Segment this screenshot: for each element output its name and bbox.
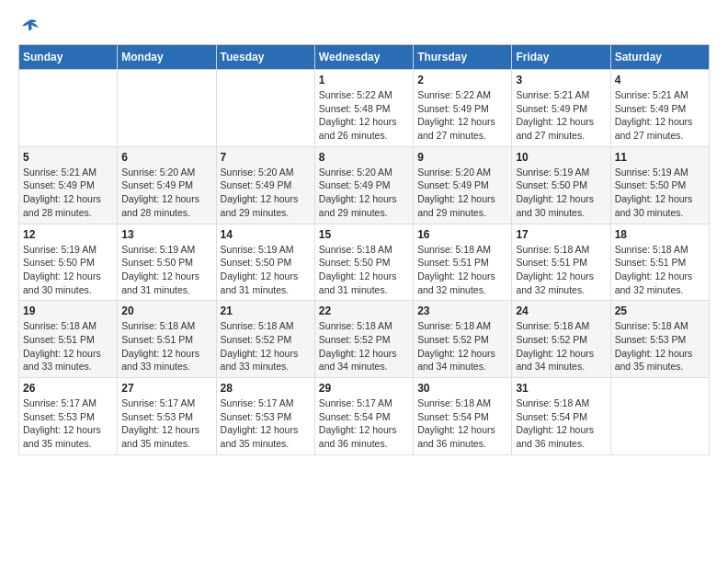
calendar-cell xyxy=(610,378,709,455)
calendar-cell: 17Sunrise: 5:18 AM Sunset: 5:51 PM Dayli… xyxy=(512,224,610,301)
day-info: Sunrise: 5:17 AM Sunset: 5:53 PM Dayligh… xyxy=(221,396,311,451)
header-wednesday: Wednesday xyxy=(314,45,413,70)
day-number: 25 xyxy=(615,304,705,317)
day-number: 4 xyxy=(615,74,705,86)
day-info: Sunrise: 5:17 AM Sunset: 5:53 PM Dayligh… xyxy=(121,396,211,451)
day-info: Sunrise: 5:18 AM Sunset: 5:52 PM Dayligh… xyxy=(319,319,409,373)
day-number: 10 xyxy=(516,151,606,164)
day-info: Sunrise: 5:20 AM Sunset: 5:49 PM Dayligh… xyxy=(417,166,507,220)
calendar-cell: 14Sunrise: 5:19 AM Sunset: 5:50 PM Dayli… xyxy=(216,224,314,301)
day-number: 12 xyxy=(23,228,113,241)
day-number: 3 xyxy=(516,74,606,86)
calendar-cell: 12Sunrise: 5:19 AM Sunset: 5:50 PM Dayli… xyxy=(19,224,118,301)
calendar-cell: 7Sunrise: 5:20 AM Sunset: 5:49 PM Daylig… xyxy=(216,146,314,224)
day-info: Sunrise: 5:19 AM Sunset: 5:50 PM Dayligh… xyxy=(23,243,113,297)
week-row-1: 1Sunrise: 5:22 AM Sunset: 5:48 PM Daylig… xyxy=(19,70,710,147)
calendar-cell: 9Sunrise: 5:20 AM Sunset: 5:49 PM Daylig… xyxy=(414,146,512,224)
day-number: 17 xyxy=(516,228,606,241)
week-row-5: 26Sunrise: 5:17 AM Sunset: 5:53 PM Dayli… xyxy=(19,378,710,455)
day-info: Sunrise: 5:21 AM Sunset: 5:49 PM Dayligh… xyxy=(615,88,705,143)
logo-general xyxy=(18,18,40,35)
day-number: 11 xyxy=(615,151,705,164)
calendar-cell: 20Sunrise: 5:18 AM Sunset: 5:51 PM Dayli… xyxy=(118,301,216,378)
day-info: Sunrise: 5:18 AM Sunset: 5:51 PM Dayligh… xyxy=(516,243,606,297)
header-friday: Friday xyxy=(512,45,610,70)
header-sunday: Sunday xyxy=(19,45,118,70)
calendar-cell: 21Sunrise: 5:18 AM Sunset: 5:52 PM Dayli… xyxy=(216,301,314,378)
day-number: 23 xyxy=(417,304,507,317)
calendar-cell: 15Sunrise: 5:18 AM Sunset: 5:50 PM Dayli… xyxy=(314,224,413,301)
calendar-cell: 13Sunrise: 5:19 AM Sunset: 5:50 PM Dayli… xyxy=(118,224,216,301)
day-number: 2 xyxy=(417,74,507,86)
calendar-cell: 10Sunrise: 5:19 AM Sunset: 5:50 PM Dayli… xyxy=(512,146,610,224)
day-info: Sunrise: 5:22 AM Sunset: 5:49 PM Dayligh… xyxy=(417,88,507,143)
day-info: Sunrise: 5:21 AM Sunset: 5:49 PM Dayligh… xyxy=(23,166,113,220)
calendar-cell: 1Sunrise: 5:22 AM Sunset: 5:48 PM Daylig… xyxy=(314,70,413,147)
day-number: 22 xyxy=(319,304,409,317)
day-number: 16 xyxy=(417,228,507,241)
day-info: Sunrise: 5:18 AM Sunset: 5:54 PM Dayligh… xyxy=(516,396,606,451)
day-number: 21 xyxy=(221,304,311,317)
day-info: Sunrise: 5:20 AM Sunset: 5:49 PM Dayligh… xyxy=(221,166,311,220)
day-number: 1 xyxy=(319,74,409,86)
calendar-cell: 11Sunrise: 5:19 AM Sunset: 5:50 PM Dayli… xyxy=(610,146,709,224)
day-number: 8 xyxy=(319,151,409,164)
day-info: Sunrise: 5:18 AM Sunset: 5:52 PM Dayligh… xyxy=(417,319,507,373)
calendar-cell xyxy=(216,70,314,147)
day-number: 24 xyxy=(516,304,606,317)
day-info: Sunrise: 5:18 AM Sunset: 5:54 PM Dayligh… xyxy=(417,396,507,451)
day-number: 28 xyxy=(221,382,311,395)
day-info: Sunrise: 5:19 AM Sunset: 5:50 PM Dayligh… xyxy=(516,166,606,220)
calendar-cell: 24Sunrise: 5:18 AM Sunset: 5:52 PM Dayli… xyxy=(512,301,610,378)
day-info: Sunrise: 5:18 AM Sunset: 5:51 PM Dayligh… xyxy=(121,319,211,373)
day-number: 27 xyxy=(121,382,211,395)
day-number: 31 xyxy=(516,382,606,395)
logo xyxy=(18,18,40,35)
header-thursday: Thursday xyxy=(414,45,512,70)
calendar-cell xyxy=(19,70,118,147)
calendar-cell: 28Sunrise: 5:17 AM Sunset: 5:53 PM Dayli… xyxy=(216,378,314,455)
day-info: Sunrise: 5:17 AM Sunset: 5:53 PM Dayligh… xyxy=(23,396,113,451)
day-number: 26 xyxy=(23,382,113,395)
day-number: 20 xyxy=(121,304,211,317)
day-info: Sunrise: 5:19 AM Sunset: 5:50 PM Dayligh… xyxy=(615,166,705,220)
week-row-2: 5Sunrise: 5:21 AM Sunset: 5:49 PM Daylig… xyxy=(19,146,710,224)
day-number: 15 xyxy=(319,228,409,241)
calendar-cell: 8Sunrise: 5:20 AM Sunset: 5:49 PM Daylig… xyxy=(314,146,413,224)
day-info: Sunrise: 5:20 AM Sunset: 5:49 PM Dayligh… xyxy=(319,166,409,220)
week-row-3: 12Sunrise: 5:19 AM Sunset: 5:50 PM Dayli… xyxy=(19,224,710,301)
day-info: Sunrise: 5:17 AM Sunset: 5:54 PM Dayligh… xyxy=(319,396,409,451)
day-number: 7 xyxy=(221,151,311,164)
calendar-cell: 16Sunrise: 5:18 AM Sunset: 5:51 PM Dayli… xyxy=(414,224,512,301)
day-info: Sunrise: 5:19 AM Sunset: 5:50 PM Dayligh… xyxy=(221,243,311,297)
calendar-cell: 6Sunrise: 5:20 AM Sunset: 5:49 PM Daylig… xyxy=(118,146,216,224)
day-info: Sunrise: 5:19 AM Sunset: 5:50 PM Dayligh… xyxy=(121,243,211,297)
calendar-cell: 22Sunrise: 5:18 AM Sunset: 5:52 PM Dayli… xyxy=(314,301,413,378)
calendar-cell: 31Sunrise: 5:18 AM Sunset: 5:54 PM Dayli… xyxy=(512,378,610,455)
calendar-cell: 30Sunrise: 5:18 AM Sunset: 5:54 PM Dayli… xyxy=(414,378,512,455)
day-number: 29 xyxy=(319,382,409,395)
calendar-cell: 23Sunrise: 5:18 AM Sunset: 5:52 PM Dayli… xyxy=(414,301,512,378)
day-number: 30 xyxy=(417,382,507,395)
header-row: SundayMondayTuesdayWednesdayThursdayFrid… xyxy=(19,45,710,70)
calendar-cell: 18Sunrise: 5:18 AM Sunset: 5:51 PM Dayli… xyxy=(610,224,709,301)
day-info: Sunrise: 5:18 AM Sunset: 5:51 PM Dayligh… xyxy=(615,243,705,297)
calendar-cell: 26Sunrise: 5:17 AM Sunset: 5:53 PM Dayli… xyxy=(19,378,118,455)
calendar-cell: 19Sunrise: 5:18 AM Sunset: 5:51 PM Dayli… xyxy=(19,301,118,378)
calendar-cell: 25Sunrise: 5:18 AM Sunset: 5:53 PM Dayli… xyxy=(610,301,709,378)
header-monday: Monday xyxy=(118,45,216,70)
calendar-cell: 29Sunrise: 5:17 AM Sunset: 5:54 PM Dayli… xyxy=(314,378,413,455)
day-info: Sunrise: 5:18 AM Sunset: 5:50 PM Dayligh… xyxy=(319,243,409,297)
day-number: 19 xyxy=(23,304,113,317)
calendar-cell: 2Sunrise: 5:22 AM Sunset: 5:49 PM Daylig… xyxy=(414,70,512,147)
day-number: 5 xyxy=(23,151,113,164)
page-header xyxy=(18,18,710,35)
day-number: 14 xyxy=(221,228,311,241)
calendar-table: SundayMondayTuesdayWednesdayThursdayFrid… xyxy=(18,44,710,455)
day-number: 18 xyxy=(615,228,705,241)
day-info: Sunrise: 5:18 AM Sunset: 5:51 PM Dayligh… xyxy=(417,243,507,297)
day-number: 9 xyxy=(417,151,507,164)
day-info: Sunrise: 5:18 AM Sunset: 5:52 PM Dayligh… xyxy=(221,319,311,373)
day-info: Sunrise: 5:18 AM Sunset: 5:52 PM Dayligh… xyxy=(516,319,606,373)
day-info: Sunrise: 5:18 AM Sunset: 5:53 PM Dayligh… xyxy=(615,319,705,373)
